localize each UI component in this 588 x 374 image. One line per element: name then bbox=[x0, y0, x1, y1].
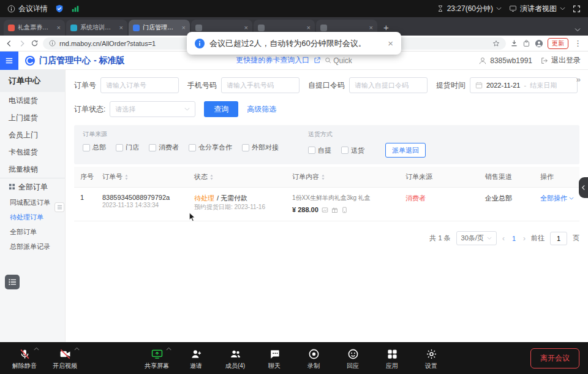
table-header: 序号 订单号 状态 订单内容 订单来源 销售渠道 操作 bbox=[74, 167, 579, 188]
total-count: 共 1 条 bbox=[429, 234, 450, 243]
download-icon[interactable] bbox=[510, 39, 518, 47]
checkbox-delivery-delivery[interactable]: 送货 bbox=[341, 146, 364, 155]
reload-icon[interactable] bbox=[31, 39, 39, 47]
sidebar-subitem-all-orders[interactable]: 全部订单 bbox=[0, 224, 65, 239]
date-range-picker[interactable]: 2022-11-21 - 结束日期 bbox=[470, 77, 578, 93]
unmute-button[interactable]: 解除静音 bbox=[7, 346, 42, 370]
share-screen-icon bbox=[151, 348, 163, 360]
goto-label: 前往 bbox=[531, 234, 545, 243]
row-actions-dropdown[interactable]: 全部操作 bbox=[540, 194, 574, 203]
sidebar-item-door-pickup[interactable]: 上门提货 bbox=[0, 109, 65, 126]
bookmark-star-icon[interactable] bbox=[492, 40, 500, 47]
sidebar-item-phone-pickup[interactable]: 电话提货 bbox=[0, 92, 65, 109]
calendar-icon bbox=[475, 82, 483, 89]
sidebar-item-card-pickup[interactable]: 卡包提货 bbox=[0, 143, 65, 161]
search-button[interactable]: 查询 bbox=[204, 101, 238, 117]
checkbox-icon bbox=[189, 144, 196, 151]
user-icon bbox=[478, 56, 487, 65]
settings-button[interactable]: 设置 bbox=[414, 346, 448, 370]
logout-icon bbox=[541, 57, 548, 64]
forward-icon[interactable] bbox=[18, 39, 26, 48]
filter-panel: 订单来源 总部 门店 消费者 仓分享合作 外部对接 送货方式 自提 送货 派单退… bbox=[74, 125, 579, 164]
chevron-up-icon[interactable] bbox=[166, 347, 172, 351]
order-price: ¥ 288.00 bbox=[292, 206, 318, 213]
sidebar-item-member-visit[interactable]: 会员上门 bbox=[0, 126, 65, 143]
update-button[interactable]: 更新 bbox=[548, 38, 568, 49]
checkbox-source-hq[interactable]: 总部 bbox=[83, 143, 106, 152]
order-time: 2023-11-13 14:33:34 bbox=[102, 202, 159, 208]
tab-search-icon[interactable] bbox=[575, 28, 584, 36]
logout-button[interactable]: 退出登录 bbox=[541, 55, 581, 66]
chat-button[interactable]: 聊天 bbox=[257, 346, 292, 370]
tab-close-icon[interactable]: × bbox=[182, 24, 186, 31]
sidebar-drag-handle[interactable] bbox=[55, 202, 64, 212]
tab-close-icon[interactable]: × bbox=[307, 24, 311, 31]
chevron-up-icon[interactable] bbox=[74, 347, 80, 351]
shield-check-icon[interactable] bbox=[55, 4, 64, 13]
checkbox-source-consumer[interactable]: 消费者 bbox=[149, 143, 179, 152]
profile-avatar-icon[interactable] bbox=[535, 39, 543, 48]
next-page-button[interactable]: › bbox=[523, 234, 526, 243]
browser-menu-icon[interactable]: ⋮ bbox=[573, 39, 583, 48]
network-signal-icon[interactable] bbox=[71, 4, 80, 13]
sidebar-item-batch-verify[interactable]: 批量核销 bbox=[0, 161, 65, 178]
back-icon[interactable] bbox=[5, 39, 13, 48]
phone-input[interactable] bbox=[221, 77, 300, 93]
meeting-details-button[interactable]: 会议详情 bbox=[7, 4, 48, 14]
apps-button[interactable]: 应用 bbox=[375, 346, 409, 370]
tab-close-icon[interactable]: × bbox=[244, 24, 248, 31]
collapse-panel-icon[interactable]: » bbox=[576, 75, 581, 84]
browser-tab[interactable]: 礼盒票券平台管理中心 × bbox=[4, 20, 65, 36]
view-mode-selector[interactable]: 演讲者视图 bbox=[509, 4, 565, 14]
chevron-up-icon[interactable] bbox=[34, 347, 39, 351]
sidebar-item-all-orders-group[interactable]: 全部订单 bbox=[0, 178, 65, 195]
quick-search[interactable]: Quick bbox=[325, 56, 352, 65]
page-size-select[interactable]: 30条/页 bbox=[456, 231, 497, 245]
pickup-code-input[interactable] bbox=[349, 77, 428, 93]
members-button[interactable]: 成员(4) bbox=[218, 346, 252, 370]
browser-tab[interactable]: 系统培训学习 × bbox=[66, 20, 127, 36]
checkbox-delivery-pickup[interactable]: 自提 bbox=[308, 146, 331, 155]
sort-icon[interactable] bbox=[124, 174, 129, 180]
order-status-select[interactable]: 请选择 bbox=[110, 101, 195, 117]
meeting-timer[interactable]: 23:27(60分钟) bbox=[437, 4, 502, 14]
tab-close-icon[interactable]: × bbox=[57, 24, 61, 31]
checkbox-source-warehouse[interactable]: 仓分享合作 bbox=[189, 143, 232, 152]
start-video-button[interactable]: 开启视频 bbox=[48, 346, 82, 370]
order-no-input[interactable] bbox=[100, 77, 179, 93]
menu-toggle-button[interactable] bbox=[0, 52, 18, 70]
share-screen-button[interactable]: 共享屏幕 bbox=[140, 346, 174, 370]
invite-button[interactable]: 邀请 bbox=[179, 346, 213, 370]
quick-entry-link[interactable]: 更快捷的券卡查询入口 bbox=[236, 55, 309, 66]
site-info-icon[interactable] bbox=[49, 40, 56, 47]
goto-page-input[interactable] bbox=[550, 232, 567, 245]
dispatch-return-button[interactable]: 派单退回 bbox=[385, 143, 426, 158]
sidebar-subitem-hq-dispatch[interactable]: 总部派单记录 bbox=[0, 239, 65, 254]
order-status-label: 订单状态: bbox=[74, 104, 105, 115]
side-panel-toggle[interactable] bbox=[579, 177, 588, 198]
page-number[interactable]: 1 bbox=[510, 235, 518, 242]
advanced-filter-link[interactable]: 高级筛选 bbox=[247, 104, 276, 115]
image-icon bbox=[322, 207, 328, 213]
tab-close-icon[interactable]: × bbox=[119, 24, 123, 31]
orders-grid-icon bbox=[9, 183, 15, 190]
checkbox-icon bbox=[149, 144, 156, 151]
prev-page-button[interactable]: ‹ bbox=[502, 234, 505, 243]
checkbox-source-external[interactable]: 外部对接 bbox=[242, 143, 279, 152]
checkbox-source-store[interactable]: 门店 bbox=[116, 143, 139, 152]
record-button[interactable]: 录制 bbox=[296, 346, 331, 370]
account-menu[interactable]: 8385wb1991 bbox=[478, 56, 532, 65]
extensions-icon[interactable] bbox=[522, 39, 530, 47]
info-icon bbox=[195, 39, 205, 48]
tab-close-icon[interactable]: × bbox=[369, 24, 373, 31]
meeting-topbar: 会议详情 23:27(60分钟) 演讲者视图 bbox=[0, 0, 588, 17]
invite-person-icon bbox=[190, 348, 202, 360]
browser-tab-active[interactable]: 门店管理中心 × bbox=[129, 20, 190, 36]
toast-close-icon[interactable]: × bbox=[388, 38, 393, 48]
list-widget-button[interactable] bbox=[5, 275, 20, 289]
sort-icon[interactable] bbox=[321, 174, 325, 180]
fullscreen-icon[interactable] bbox=[573, 5, 581, 13]
sort-icon[interactable] bbox=[209, 174, 214, 180]
leave-meeting-button[interactable]: 离开会议 bbox=[530, 348, 579, 368]
reactions-button[interactable]: 回应 bbox=[336, 346, 370, 370]
